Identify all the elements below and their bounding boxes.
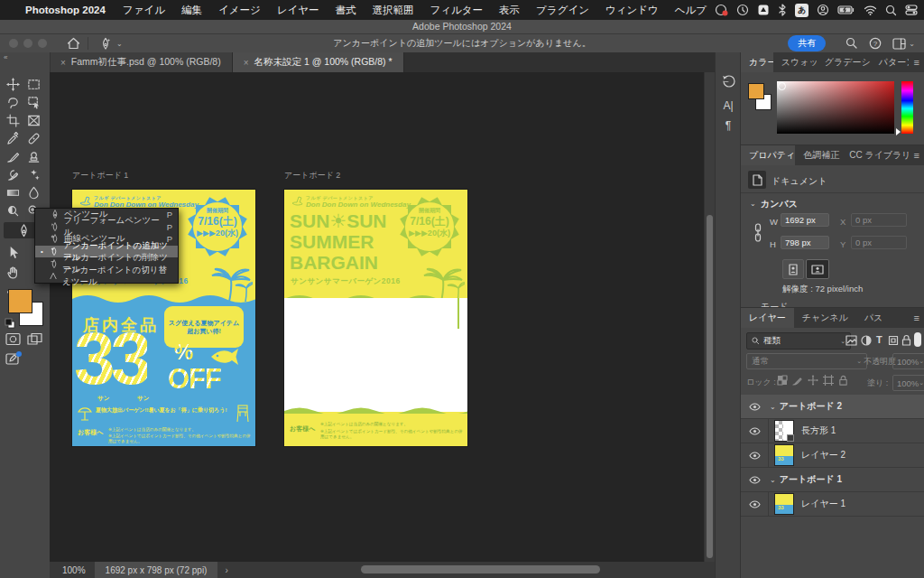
default-colors-icon[interactable] [5,318,15,329]
close-tab-icon[interactable]: × [60,58,66,68]
brush-tool[interactable] [4,148,22,164]
screen-mode-icon[interactable] [27,332,42,346]
search-icon[interactable] [845,37,858,50]
menu-item-convert-point-tool[interactable]: アンカーポイントの切り替えツール [35,270,178,283]
tab-adjustments[interactable]: 色調補正 [795,145,841,165]
history-brush-tool[interactable] [4,166,22,182]
menu-edit[interactable]: 編集 [173,4,210,17]
quick-mask-icon[interactable] [5,332,21,346]
pattern-stamp-tool[interactable] [24,166,42,182]
opacity-dropdown[interactable]: 100% ⌄ [892,353,924,369]
layer-name[interactable]: 長方形 1 [801,424,836,437]
user-account-icon[interactable] [817,4,829,16]
layer-name[interactable]: レイヤー 1 [801,498,845,510]
visibility-eye-icon[interactable] [741,468,768,491]
tool-preset-caret-icon[interactable]: ⌄ [116,40,123,48]
lock-pixels-icon[interactable] [792,375,803,386]
path-selection-tool[interactable] [4,244,22,260]
minimize-window-button[interactable] [23,39,32,48]
lock-transparency-icon[interactable] [777,375,788,386]
input-method-icon[interactable]: あ [795,4,808,17]
layer-row-rectangle-1[interactable]: 長方形 1 [741,419,924,443]
height-field[interactable]: 798 px [781,236,829,249]
shortcuts-icon[interactable] [757,4,770,16]
tab-properties[interactable]: プロパティ [741,145,795,165]
zoom-window-button[interactable] [38,39,47,48]
horizontal-scrollbar-thumb[interactable] [361,565,600,573]
panel-menu-icon[interactable]: ≡ [909,145,924,165]
menu-type[interactable]: 書式 [328,4,365,17]
document-properties-icon[interactable] [748,171,766,189]
layer-row-artboard-1[interactable]: ⌄ アートボード 1 [741,468,924,492]
visibility-eye-icon[interactable] [741,395,768,418]
blend-mode-dropdown[interactable]: 通常 ⌄ [746,353,867,369]
menu-plugins[interactable]: プラグイン [528,4,597,17]
tab-channels[interactable]: チャンネル [794,308,856,328]
visibility-eye-icon[interactable] [741,443,768,467]
marquee-tool[interactable] [24,76,42,92]
current-tool-icon[interactable] [88,37,116,51]
menu-filter[interactable]: フィルター [422,4,492,17]
layer-thumbnail[interactable]: 33 [774,444,794,466]
object-selection-tool[interactable] [24,94,42,110]
blur-tool[interactable] [24,184,42,200]
canvas-section-chevron-icon[interactable]: ⌄ [750,200,756,208]
color-foreground-swatch[interactable] [748,83,764,99]
menu-window[interactable]: ウィンドウ [597,4,667,17]
vertical-scrollbar-thumb[interactable] [707,215,713,558]
crop-tool[interactable] [4,112,22,128]
history-panel-icon[interactable] [716,74,741,89]
visibility-eye-icon[interactable] [741,492,768,516]
x-field[interactable]: 0 px [851,213,907,227]
filter-kind-shape-icon[interactable] [888,335,899,346]
tab-cc-libraries[interactable]: CC ライブラリ [841,145,908,165]
clone-stamp-tool[interactable] [24,148,42,164]
lasso-tool[interactable] [4,94,22,110]
paragraph-panel-icon[interactable]: ¶ [716,119,741,132]
zoom-level-field[interactable]: 100% [50,565,95,575]
y-field[interactable]: 0 px [851,236,907,249]
lock-artboard-icon[interactable] [823,375,834,386]
dodge-tool[interactable] [4,202,22,219]
document-tab-untitled[interactable]: × 名称未設定 1 @ 100% (RGB/8) * [233,52,404,72]
menu-file[interactable]: ファイル [115,4,173,17]
share-button[interactable]: 共有 [788,35,826,51]
layer-thumbnail[interactable] [774,420,794,442]
artboard2-label[interactable]: アートボード 2 [284,170,340,182]
layer-name[interactable]: アートボード 1 [780,473,842,486]
document-tab-famm[interactable]: × Famm初仕事.psd @ 100% (RGB/8) [50,52,233,72]
saturation-brightness-picker[interactable] [777,81,894,134]
workspace-switcher-icon[interactable]: ⌄ [892,38,924,50]
close-tab-icon[interactable]: × [244,58,249,68]
menu-select[interactable]: 選択範囲 [365,4,422,17]
hue-slider-marker[interactable] [896,128,901,135]
layer-row-layer-2[interactable]: 33 レイヤー 2 [741,443,924,468]
tab-gradients[interactable]: グラデーション [817,52,871,72]
layer-row-layer-1[interactable]: 33 レイヤー 1 [741,492,924,517]
menu-layer[interactable]: レイヤー [269,4,328,17]
artboard-2[interactable]: フルギ デパートメントストア Don Don Down on Wednesday… [284,190,467,446]
tab-color[interactable]: カラー [741,52,773,72]
menu-view[interactable]: 表示 [491,4,528,17]
move-tool[interactable] [4,76,22,92]
group-chevron-icon[interactable]: ⌄ [770,476,776,484]
canvas-area[interactable]: アートボード 1 アートボード 2 フルギ デパートメントストア Don Don… [50,72,704,562]
fill-dropdown[interactable]: 100% ⌄ [892,375,924,391]
home-button[interactable] [60,37,88,50]
layer-filter-dropdown[interactable]: 種類 ⌄ [746,332,851,350]
collapse-toolbar-icon[interactable]: « [4,53,7,61]
recording-status-icon[interactable] [715,4,728,16]
lock-all-icon[interactable] [838,375,848,386]
help-icon[interactable]: ? [869,37,882,50]
filter-kind-image-icon[interactable] [845,335,857,346]
color-picker-cursor[interactable] [778,82,786,90]
artboard1-label[interactable]: アートボード 1 [72,170,128,182]
visibility-eye-icon[interactable] [741,419,768,443]
menu-help[interactable]: ヘルプ [667,4,715,17]
character-panel-icon[interactable]: A| [716,99,741,112]
menu-image[interactable]: イメージ [210,4,269,17]
width-field[interactable]: 1692 px [781,213,829,227]
layer-name[interactable]: アートボード 2 [780,400,842,413]
layer-filter-toggle[interactable] [914,332,921,347]
group-chevron-icon[interactable]: ⌄ [770,403,776,411]
